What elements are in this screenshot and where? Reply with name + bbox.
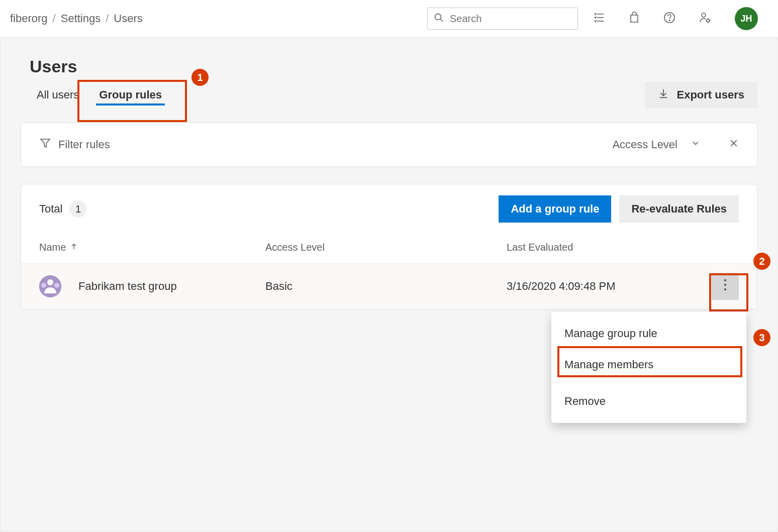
breadcrumb-settings[interactable]: Settings [61, 12, 101, 25]
page-body: Users All users Group rules Export users… [0, 38, 778, 532]
svg-marker-15 [41, 139, 50, 147]
svg-point-7 [702, 13, 706, 17]
more-vertical-icon [720, 278, 730, 295]
export-users-button[interactable]: Export users [645, 82, 758, 108]
help-icon[interactable] [663, 12, 675, 26]
breadcrumb-sep: / [53, 12, 56, 25]
add-group-rule-button[interactable]: Add a group rule [499, 195, 611, 223]
avatar-initials: JH [740, 14, 752, 24]
filter-bar: Filter rules Access Level [21, 123, 757, 167]
breadcrumb-users[interactable]: Users [114, 12, 142, 25]
search-input[interactable] [449, 13, 571, 25]
download-icon [658, 88, 669, 102]
tabs-row: All users Group rules Export users [27, 81, 757, 109]
search-box[interactable] [427, 8, 578, 30]
filter-input[interactable]: Filter rules [58, 138, 110, 151]
column-name[interactable]: Name [39, 242, 265, 253]
svg-line-1 [440, 19, 443, 22]
svg-point-8 [707, 19, 710, 22]
total-label: Total [39, 202, 62, 216]
svg-point-25 [724, 288, 726, 290]
rules-panel: Total 1 Add a group rule Re-evaluate Rul… [21, 184, 757, 309]
callout-badge-1: 1 [191, 69, 209, 86]
close-icon[interactable] [729, 138, 739, 151]
tab-group-rules[interactable]: Group rules [89, 81, 172, 109]
breadcrumb-sep: / [106, 12, 109, 25]
svg-point-0 [435, 14, 441, 20]
top-icons: JH [593, 7, 768, 30]
table-row[interactable]: Fabrikam test group Basic 3/16/2020 4:09… [21, 263, 757, 309]
group-icon [39, 275, 61, 297]
tabs: All users Group rules [27, 81, 172, 109]
column-access-level[interactable]: Access Level [265, 242, 507, 253]
column-last-evaluated[interactable]: Last Evaluated [507, 242, 693, 253]
top-bar: fiberorg / Settings / Users JH [0, 0, 778, 38]
svg-point-23 [724, 279, 726, 281]
svg-point-24 [724, 284, 726, 286]
svg-point-20 [47, 279, 53, 285]
table-header: Name Access Level Last Evaluated [21, 234, 757, 263]
breadcrumb: fiberorg / Settings / Users [10, 12, 427, 25]
svg-point-22 [54, 283, 59, 288]
svg-point-6 [669, 20, 670, 21]
reevaluate-rules-button[interactable]: Re-evaluate Rules [619, 195, 739, 223]
svg-point-21 [41, 283, 46, 288]
breadcrumb-org[interactable]: fiberorg [10, 12, 48, 25]
export-users-label: Export users [677, 88, 745, 101]
filter-icon [39, 137, 51, 152]
callout-badge-2: 2 [753, 253, 770, 270]
user-settings-icon[interactable] [699, 11, 712, 27]
search-icon [434, 13, 444, 25]
shopping-bag-icon[interactable] [628, 12, 640, 26]
avatar[interactable]: JH [735, 7, 758, 30]
list-icon[interactable] [593, 12, 605, 26]
filter-chip-access-level[interactable]: Access Level [612, 138, 677, 151]
total-count: 1 [69, 200, 86, 218]
page-title: Users [30, 57, 757, 76]
sort-asc-icon [70, 242, 78, 253]
menu-remove[interactable]: Remove [551, 386, 746, 417]
menu-manage-group-rule[interactable]: Manage group rule [551, 318, 746, 349]
row-name: Fabrikam test group [78, 280, 177, 293]
tab-all-users[interactable]: All users [27, 81, 89, 109]
menu-manage-members[interactable]: Manage members [551, 349, 746, 383]
callout-badge-3: 3 [753, 329, 770, 346]
panel-header: Total 1 Add a group rule Re-evaluate Rul… [21, 184, 757, 234]
chevron-down-icon[interactable] [691, 138, 701, 151]
row-access: Basic [265, 280, 507, 293]
more-actions-button[interactable] [712, 273, 739, 300]
row-evaluated: 3/16/2020 4:09:48 PM [507, 280, 693, 293]
row-actions-menu: Manage group rule Manage members Remove [551, 312, 746, 423]
